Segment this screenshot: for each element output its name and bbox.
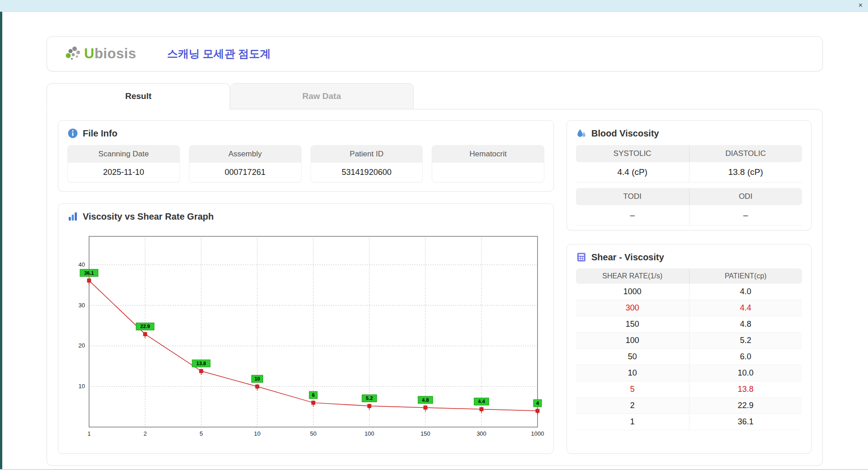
svg-text:50: 50: [310, 430, 316, 437]
shear-rate-cell: 100: [576, 333, 689, 348]
svg-text:36.1: 36.1: [84, 270, 94, 276]
file-field-patient-id: Patient ID53141920600: [311, 145, 423, 183]
bv-value-row: ––: [576, 205, 802, 226]
file-field-assembly: Assembly000717261: [189, 145, 302, 183]
table-header-cell: PATIENT(cp): [689, 268, 802, 284]
blood-viscosity-panel: Blood Viscosity SYSTOLICDIASTOLIC4.4 (cP…: [566, 120, 811, 230]
patient-viscosity-cell: 13.8: [689, 381, 802, 397]
graph-title-text: Viscosity vs Shear Rate Graph: [83, 212, 214, 222]
bv-header-cell: DIASTOLIC: [689, 145, 802, 162]
file-info-fields: Scanning Date2025-11-10Assembly000717261…: [67, 145, 544, 183]
table-icon: [576, 252, 587, 263]
shear-rate-cell: 150: [576, 316, 689, 332]
blood-viscosity-title: Blood Viscosity: [576, 128, 802, 139]
svg-text:10: 10: [254, 430, 260, 437]
close-icon[interactable]: ×: [859, 1, 863, 9]
svg-text:1000: 1000: [531, 430, 544, 437]
svg-text:100: 100: [364, 430, 374, 437]
table-row: 1005.2: [576, 333, 802, 349]
viscosity-chart: 102030401251050100150300100036.122.913.8…: [67, 226, 545, 442]
field-label: Patient ID: [311, 146, 423, 163]
svg-text:5: 5: [199, 430, 203, 437]
field-value: 53141920600: [311, 163, 423, 182]
app-header: Ubiosis 스캐닝 모세관 점도계: [47, 36, 823, 71]
shear-rate-cell: 1000: [576, 284, 689, 300]
file-info-title: File Info: [67, 128, 544, 139]
patient-viscosity-cell: 22.9: [689, 398, 802, 414]
svg-text:10: 10: [255, 376, 260, 381]
logo-text: Ubiosis: [84, 46, 136, 62]
table-row: 3004.4: [576, 300, 802, 316]
svg-text:40: 40: [79, 261, 85, 268]
patient-viscosity-cell: 4.4: [689, 300, 802, 316]
graph-panel: Viscosity vs Shear Rate Graph 1020304012…: [58, 203, 554, 454]
table-header-row: SHEAR RATE(1/s)PATIENT(cp): [576, 268, 802, 284]
graph-title: Viscosity vs Shear Rate Graph: [67, 211, 544, 222]
shear-rate-cell: 5: [576, 381, 689, 397]
table-row: 513.8: [576, 381, 802, 398]
table-row: 506.0: [576, 349, 802, 365]
file-field-hematocrit: Hematocrit: [432, 145, 544, 183]
bv-header-row: SYSTOLICDIASTOLIC: [576, 145, 802, 162]
ubiosis-logo: Ubiosis: [64, 45, 136, 63]
tab-raw-data[interactable]: Raw Data: [230, 83, 414, 109]
field-label: Scanning Date: [68, 146, 179, 163]
svg-text:30: 30: [79, 302, 85, 309]
svg-text:20: 20: [79, 342, 85, 349]
svg-text:2: 2: [143, 430, 146, 437]
bv-value-cell: –: [576, 205, 689, 226]
bv-header-cell: ODI: [689, 188, 802, 205]
field-value: 2025-11-10: [68, 163, 179, 182]
shear-viscosity-table: SHEAR RATE(1/s)PATIENT(cp)10004.03004.41…: [576, 268, 802, 430]
bv-value-cell: 4.4 (cP): [576, 162, 689, 183]
shear-viscosity-title-text: Shear - Viscosity: [591, 252, 664, 263]
patient-viscosity-cell: 4.0: [689, 284, 802, 300]
window-title-bar: ×: [0, 0, 868, 12]
shear-rate-cell: 50: [576, 349, 689, 365]
svg-text:4.4: 4.4: [478, 399, 485, 404]
file-info-panel: File Info Scanning Date2025-11-10Assembl…: [58, 120, 554, 192]
svg-text:4.8: 4.8: [422, 397, 429, 403]
shear-rate-cell: 10: [576, 365, 689, 381]
app-title: 스캐닝 모세관 점도계: [167, 47, 270, 61]
left-edge-strip: [0, 12, 2, 470]
blood-viscosity-grid: SYSTOLICDIASTOLIC4.4 (cP)13.8 (cP)TODIOD…: [576, 145, 802, 226]
svg-text:6: 6: [312, 392, 315, 398]
left-column: File Info Scanning Date2025-11-10Assembl…: [58, 120, 554, 455]
right-column: Blood Viscosity SYSTOLICDIASTOLIC4.4 (cP…: [566, 120, 811, 455]
file-info-title-text: File Info: [83, 128, 118, 139]
bv-value-cell: 13.8 (cP): [689, 162, 802, 183]
svg-text:150: 150: [420, 430, 430, 437]
field-value: 000717261: [189, 163, 301, 182]
svg-text:300: 300: [476, 430, 486, 437]
field-label: Hematocrit: [432, 146, 544, 163]
shear-rate-cell: 300: [576, 300, 689, 316]
patient-viscosity-cell: 5.2: [689, 333, 802, 348]
bv-header-cell: SYSTOLIC: [576, 145, 689, 162]
file-field-scanning-date: Scanning Date2025-11-10: [67, 145, 180, 183]
field-label: Assembly: [189, 146, 301, 163]
bv-header-cell: TODI: [576, 188, 689, 205]
app-window: Ubiosis 스캐닝 모세관 점도계 Result Raw Data File…: [47, 36, 823, 466]
shear-viscosity-panel: Shear - Viscosity SHEAR RATE(1/s)PATIENT…: [566, 244, 811, 454]
svg-text:22.9: 22.9: [140, 324, 150, 329]
table-row: 222.9: [576, 398, 802, 414]
field-value: [432, 163, 544, 182]
svg-text:10: 10: [79, 383, 85, 390]
table-row: 136.1: [576, 414, 802, 430]
patient-viscosity-cell: 4.8: [689, 316, 802, 332]
patient-viscosity-cell: 6.0: [689, 349, 802, 365]
svg-text:5.2: 5.2: [366, 395, 373, 401]
shear-rate-cell: 1: [576, 414, 689, 430]
svg-text:4: 4: [536, 400, 539, 406]
bv-header-row: TODIODI: [576, 188, 802, 205]
bv-value-row: 4.4 (cP)13.8 (cP): [576, 162, 802, 183]
table-row: 1504.8: [576, 316, 802, 333]
patient-viscosity-cell: 10.0: [689, 365, 802, 381]
droplet-icon: [576, 128, 587, 139]
tab-result[interactable]: Result: [47, 83, 230, 109]
blood-viscosity-title-text: Blood Viscosity: [591, 128, 659, 139]
logo-dots-icon: [64, 45, 82, 63]
bv-value-cell: –: [689, 205, 802, 226]
table-header-cell: SHEAR RATE(1/s): [576, 268, 689, 284]
